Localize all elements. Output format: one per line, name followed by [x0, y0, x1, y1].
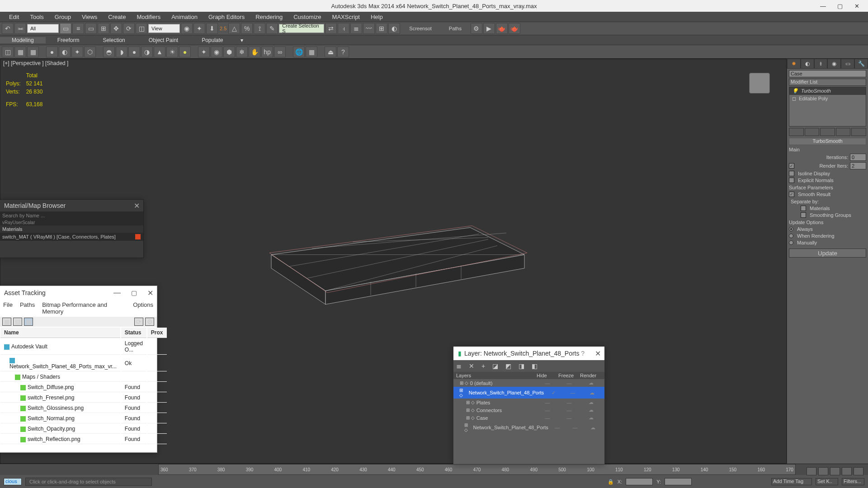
- layer-props-icon[interactable]: ◧: [532, 362, 538, 370]
- menu-help[interactable]: Help: [365, 14, 388, 20]
- tab-modify[interactable]: ◐: [801, 59, 814, 69]
- named-sel-edit-icon[interactable]: ✎: [266, 23, 278, 34]
- menu-animation[interactable]: Animation: [166, 14, 203, 20]
- layer-row[interactable]: ⊞ ◇Case——☁: [453, 414, 604, 422]
- asset-row[interactable]: Switch_Glossiness.pngFound: [0, 404, 167, 413]
- modifier-turbosmooth[interactable]: 💡TurboSmooth: [789, 87, 866, 95]
- snap-toggle-icon[interactable]: ⬇: [206, 23, 218, 34]
- pin-stack-icon[interactable]: [789, 128, 804, 136]
- asset-view-icon[interactable]: ▤: [13, 318, 22, 326]
- update-always-radio[interactable]: [789, 227, 793, 231]
- tool-icon[interactable]: ❄: [236, 47, 248, 57]
- layer-new-icon[interactable]: ≣: [456, 362, 462, 370]
- schematic-icon[interactable]: ⊞: [376, 23, 387, 34]
- close-icon[interactable]: ✕: [147, 289, 153, 297]
- window-crossing-icon[interactable]: ⊞: [98, 23, 109, 34]
- ribbon-objectpaint[interactable]: Object Paint: [137, 37, 190, 43]
- align-icon[interactable]: ⫞: [338, 23, 349, 34]
- rollout-turbosmooth[interactable]: TurboSmooth: [789, 138, 866, 145]
- asset-row[interactable]: Switch_Diffuse.pngFound: [0, 383, 167, 392]
- material-search-input[interactable]: Search by Name ...: [0, 211, 143, 220]
- tab-create[interactable]: ✸: [787, 59, 801, 69]
- playback-next-icon[interactable]: [842, 467, 852, 475]
- layers-icon[interactable]: ≣: [350, 23, 362, 34]
- asset-row[interactable]: Maps / Shaders: [0, 372, 167, 382]
- asset-row[interactable]: switch_Fresnel.pngFound: [0, 393, 167, 403]
- region-rect-icon[interactable]: ▭: [85, 23, 97, 34]
- angle-snap-icon[interactable]: △: [228, 23, 240, 34]
- ribbon-modeling[interactable]: Modeling: [0, 37, 46, 43]
- layer-hide-icon[interactable]: ◨: [519, 362, 524, 370]
- iterations-field[interactable]: [850, 154, 866, 161]
- sphere-yellow-icon[interactable]: ●: [179, 47, 191, 57]
- update-render-radio[interactable]: [789, 234, 793, 238]
- show-result-icon[interactable]: [805, 128, 820, 136]
- menu-tools[interactable]: Tools: [24, 14, 49, 20]
- modifier-stack[interactable]: 💡TurboSmooth ◻Editable Poly: [789, 87, 866, 127]
- modifier-list-dropdown[interactable]: Modifier List: [789, 79, 866, 86]
- unique-icon[interactable]: [820, 128, 835, 136]
- playback-start-icon[interactable]: [807, 467, 816, 475]
- asset-col-status[interactable]: Status: [121, 328, 146, 338]
- poly-tool-icon[interactable]: ▦: [27, 47, 39, 57]
- sep-materials-checkbox[interactable]: [801, 206, 806, 211]
- asset-row[interactable]: Autodesk VaultLogged O...: [0, 339, 167, 355]
- select-name-icon[interactable]: ≡: [72, 23, 84, 34]
- lock-icon[interactable]: 🔒: [608, 479, 614, 485]
- close-icon[interactable]: ✕: [854, 3, 861, 9]
- close-icon[interactable]: ✕: [134, 202, 140, 210]
- tool-icon[interactable]: ✦: [198, 47, 210, 57]
- isoline-checkbox[interactable]: [789, 171, 794, 176]
- asset-row[interactable]: Switch_Normal.pngFound: [0, 414, 167, 423]
- layer-row[interactable]: ⊞ ◇Network_Switch_Planet_48_Ports——☁: [453, 422, 604, 433]
- select-icon[interactable]: ▭: [60, 23, 71, 34]
- viewport-label[interactable]: [+] [Perspective ] [Shaded ]: [3, 60, 68, 66]
- mirror-icon[interactable]: ⇄: [325, 23, 337, 34]
- layer-highlight-icon[interactable]: ◩: [505, 362, 511, 370]
- refcoord-dropdown[interactable]: View: [148, 24, 180, 33]
- menu-rendering[interactable]: Rendering: [250, 14, 288, 20]
- scale-icon[interactable]: ◫: [136, 23, 147, 34]
- poly-tool-icon[interactable]: ▦: [14, 47, 26, 57]
- ribbon-populate[interactable]: Populate: [190, 37, 235, 43]
- sphere-icon[interactable]: ●: [46, 47, 58, 57]
- layer-row[interactable]: ⊞ ◇Plates——☁: [453, 399, 604, 406]
- curve-editor-icon[interactable]: 〰: [363, 23, 375, 34]
- filters-button[interactable]: Filters...: [842, 478, 864, 485]
- modifier-editable-poly[interactable]: ◻Editable Poly: [789, 95, 866, 103]
- tab-motion[interactable]: ◉: [827, 59, 841, 69]
- maximize-icon[interactable]: ▢: [131, 289, 137, 296]
- prim-icon[interactable]: ◑: [141, 47, 153, 57]
- render-frame-icon[interactable]: ▶: [483, 23, 495, 34]
- sep-sg-checkbox[interactable]: [801, 212, 806, 218]
- playback-end-icon[interactable]: [854, 467, 863, 475]
- remove-mod-icon[interactable]: [836, 128, 851, 136]
- poly-tool-icon[interactable]: ◫: [2, 47, 14, 57]
- explicit-normals-checkbox[interactable]: [789, 178, 794, 183]
- geo-icon[interactable]: ✦: [71, 47, 83, 57]
- menu-grapheditors[interactable]: Graph Editors: [203, 14, 250, 20]
- menu-group[interactable]: Group: [49, 14, 76, 20]
- coord-x-field[interactable]: [626, 478, 653, 485]
- asset-menu-paths[interactable]: Paths: [20, 301, 35, 315]
- layer-select-icon[interactable]: ◪: [492, 362, 498, 370]
- asset-menu-options[interactable]: Options: [133, 301, 153, 315]
- menu-edit[interactable]: Edit: [4, 14, 24, 20]
- layer-col-layers[interactable]: Layers: [456, 373, 537, 378]
- asset-tool-icon[interactable]: ⚙: [145, 318, 154, 326]
- tab-display[interactable]: ▭: [841, 59, 854, 69]
- asset-row[interactable]: Network_Switch_Planet_48_Ports_max_vr...…: [0, 356, 167, 371]
- named-sel-dropdown[interactable]: Create Selection S: [279, 24, 324, 33]
- percent-snap-icon[interactable]: %: [241, 23, 253, 34]
- material-editor-icon[interactable]: ◐: [388, 23, 400, 34]
- ribbon-selection[interactable]: Selection: [91, 37, 137, 43]
- tool-icon[interactable]: ◉: [211, 47, 222, 57]
- sun-icon[interactable]: ☀: [166, 47, 178, 57]
- layer-row[interactable]: ⊞ ◇Connectors——☁: [453, 406, 604, 414]
- menu-customize[interactable]: Customize: [288, 14, 326, 20]
- link-icon[interactable]: ⫘: [14, 23, 26, 34]
- material-item[interactable]: switch_MAT ( VRayMtl ) [Case, Connectors…: [0, 233, 143, 241]
- globe-icon[interactable]: 🌐: [293, 47, 305, 57]
- asset-menu-bitmap[interactable]: Bitmap Performance and Memory: [42, 301, 126, 315]
- render-setup-icon[interactable]: ⚙: [471, 23, 482, 34]
